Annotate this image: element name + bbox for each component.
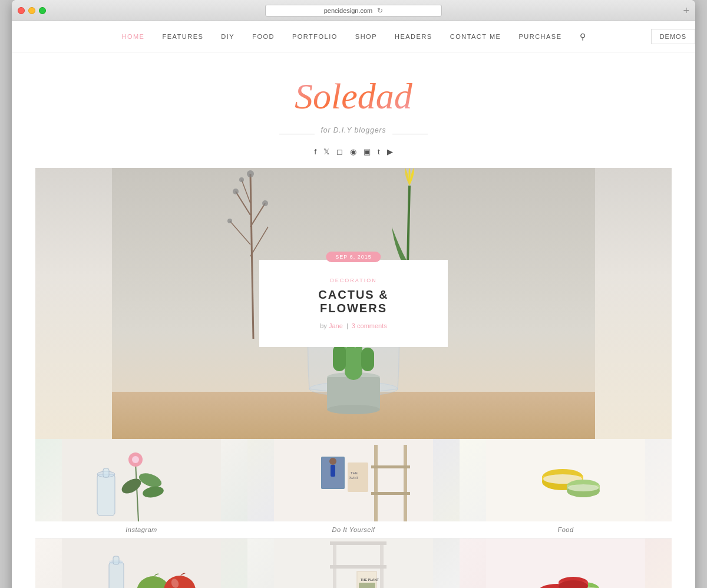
hero-title: CACTUS & FLOWERS — [283, 288, 424, 315]
refresh-icon[interactable]: ↻ — [377, 6, 383, 15]
svg-rect-76 — [359, 583, 375, 588]
browser-titlebar: pencidesign.com ↻ + — [12, 0, 695, 21]
tumblr-icon[interactable]: t — [378, 147, 380, 156]
svg-rect-32 — [97, 474, 115, 516]
maximize-button[interactable] — [39, 7, 46, 14]
instagram-image[interactable] — [35, 439, 247, 521]
nav-portfolio[interactable]: PORTFOLIO — [292, 33, 338, 40]
svg-point-18 — [327, 405, 380, 414]
nav-food[interactable]: FOOD — [252, 33, 275, 40]
main-navigation: HOME FEATURES DIY FOOD PORTFOLIO SHOP HE… — [12, 21, 695, 52]
browser-traffic-lights — [18, 7, 46, 14]
apples-image[interactable] — [35, 539, 247, 588]
svg-rect-17 — [327, 377, 380, 409]
svg-text:THE PLANT: THE PLANT — [361, 578, 379, 582]
shelf-image[interactable]: THE PLANT — [247, 539, 460, 588]
svg-text:PLANT: PLANT — [349, 476, 358, 480]
svg-rect-21 — [361, 348, 374, 371]
food-caption: Food — [460, 521, 672, 539]
svg-rect-40 — [371, 465, 410, 468]
site-tagline: for D.I.Y bloggers — [321, 126, 386, 134]
svg-point-13 — [247, 170, 254, 177]
food-image[interactable] — [460, 439, 672, 521]
svg-text:Soledad: Soledad — [295, 76, 413, 116]
logo-svg: Soledad — [289, 70, 418, 117]
svg-rect-45 — [331, 465, 335, 477]
hero-date-badge: SEP 6, 2015 — [326, 252, 381, 262]
instagram-caption: Instagram — [35, 521, 247, 539]
grid-item-apples — [35, 539, 247, 588]
svg-text:THE: THE — [351, 471, 358, 475]
rss-icon[interactable]: ▣ — [364, 147, 371, 156]
social-icons: f 𝕏 ◻ ◉ ▣ t ▶ — [24, 147, 683, 156]
diy-caption: Do It Yourself — [247, 521, 460, 539]
nav-diy[interactable]: DIY — [221, 33, 234, 40]
nav-features[interactable]: FEATURES — [162, 33, 203, 40]
svg-point-44 — [329, 458, 336, 465]
svg-rect-71 — [330, 541, 386, 545]
svg-rect-68 — [380, 541, 384, 588]
nav-contact[interactable]: CONTACT ME — [450, 33, 501, 40]
hero-card: SEP 6, 2015 DECORATION CACTUS & FLOWERS … — [259, 260, 448, 347]
svg-point-31 — [132, 456, 139, 463]
hero-section: SEP 6, 2015 DECORATION CACTUS & FLOWERS … — [35, 168, 672, 439]
hero-meta: by Jane | 3 comments — [283, 322, 424, 329]
svg-rect-41 — [371, 492, 410, 495]
address-bar[interactable]: pencidesign.com ↻ — [265, 5, 442, 16]
hero-comments: 3 comments — [352, 322, 387, 329]
nav-headers[interactable]: HEADERS — [395, 33, 432, 40]
svg-rect-69 — [330, 565, 386, 569]
site-content: HOME FEATURES DIY FOOD PORTFOLIO SHOP HE… — [12, 21, 695, 588]
svg-rect-39 — [404, 445, 407, 521]
grid-item-diy: THE PLANT Do It Yourself — [247, 439, 460, 539]
new-tab-button[interactable]: + — [683, 5, 689, 16]
youtube-icon[interactable]: ▶ — [387, 147, 393, 156]
close-button[interactable] — [18, 7, 25, 14]
browser-window: pencidesign.com ↻ + HOME FEATURES DIY FO… — [12, 0, 695, 588]
grid-item-shelf: THE PLANT — [247, 539, 460, 588]
nav-purchase[interactable]: PURCHASE — [518, 33, 561, 40]
macarons-red-image[interactable] — [460, 539, 672, 588]
hero-author: Jane — [329, 322, 343, 329]
svg-point-9 — [233, 189, 239, 194]
diy-image[interactable]: THE PLANT — [247, 439, 460, 521]
svg-point-12 — [239, 177, 244, 182]
svg-rect-58 — [62, 539, 221, 588]
minimize-button[interactable] — [28, 7, 35, 14]
svg-rect-38 — [374, 445, 378, 521]
svg-rect-60 — [109, 562, 124, 588]
svg-rect-66 — [274, 539, 433, 588]
content-grid: Instagram — [35, 439, 672, 588]
facebook-icon[interactable]: f — [314, 147, 316, 156]
grid-item-instagram: Instagram — [35, 439, 247, 539]
svg-point-57 — [568, 484, 599, 491]
svg-rect-34 — [103, 468, 109, 477]
pinterest-icon[interactable]: ◉ — [350, 147, 356, 156]
grid-item-food: Food — [460, 439, 672, 539]
twitter-icon[interactable]: 𝕏 — [323, 147, 329, 156]
instagram-icon[interactable]: ◻ — [336, 147, 343, 156]
svg-rect-20 — [333, 345, 346, 371]
hero-category: DECORATION — [283, 278, 424, 283]
svg-point-11 — [227, 219, 232, 223]
svg-point-10 — [262, 200, 268, 206]
site-logo: Soledad — [24, 70, 683, 123]
grid-item-macarons-red — [460, 539, 672, 588]
url-text: pencidesign.com — [324, 7, 373, 14]
nav-home[interactable]: HOME — [121, 33, 144, 40]
site-header: Soledad for D.I.Y bloggers f 𝕏 ◻ ◉ ▣ t ▶ — [12, 52, 695, 168]
svg-rect-67 — [333, 541, 336, 588]
nav-shop[interactable]: SHOP — [355, 33, 377, 40]
search-icon[interactable]: ⚲ — [580, 32, 586, 41]
svg-rect-62 — [113, 556, 119, 564]
demos-button[interactable]: DEMOS — [651, 29, 695, 44]
